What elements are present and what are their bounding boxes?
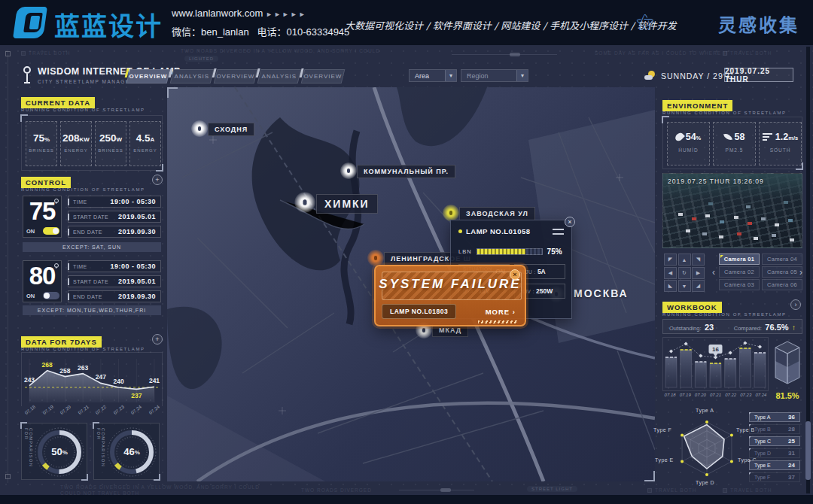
camera-button-04[interactable]: Camera 04 — [762, 254, 802, 265]
map-pin-khimki[interactable] — [294, 192, 315, 213]
up-arrow-icon: ↑ — [792, 323, 796, 332]
weather-text: SUNNDAY / 29°C — [661, 71, 734, 80]
deco-checkbox-travel: TRAVEL BOTH — [21, 50, 70, 56]
type-row-d[interactable]: Type D31 — [749, 448, 800, 458]
pan-down-right-icon[interactable]: ◢ — [692, 280, 705, 292]
lbn-progress-row: LBN 75% — [458, 247, 565, 256]
environment-header: ENVIRONMENT — [662, 98, 732, 111]
workbook-next-button[interactable]: › — [790, 299, 801, 310]
camera-prev-icon[interactable]: ‹ — [711, 265, 717, 280]
type-row-b[interactable]: Type B28 — [749, 424, 800, 434]
tab-analysis-1[interactable]: ANALYSIS — [170, 69, 215, 83]
start-date-row[interactable]: START DATE2019.05.01 — [68, 275, 161, 287]
deco-slider — [452, 54, 557, 55]
pan-up-icon[interactable]: ▲ — [678, 254, 691, 266]
contact-info: 微信：ben_lanlan 电话：010-63334945 — [172, 24, 349, 38]
current-data-header: CURRENT DATA — [21, 95, 95, 108]
svg-text:268: 268 — [42, 361, 53, 369]
control-header: CONTROL — [21, 175, 71, 188]
map-pin-zavodskaya[interactable] — [443, 205, 459, 221]
pan-up-right-icon[interactable]: ◥ — [692, 254, 705, 266]
app-root: 蓝蓝设计 www.lanlanwork.com ►►►►► 微信：ben_lan… — [0, 0, 813, 504]
svg-text:241: 241 — [149, 377, 160, 384]
map-pin-skhodnya[interactable] — [191, 120, 208, 137]
pan-left-icon[interactable]: ◀ — [664, 267, 677, 279]
schedule-toggle[interactable] — [43, 292, 59, 299]
area-select[interactable]: Area▾ — [409, 69, 457, 82]
map-label[interactable]: СХОДНЯ — [208, 123, 254, 136]
workbook-x-tick: 07.19 — [678, 393, 693, 397]
time-row[interactable]: TIME19:00 - 05:30 — [68, 196, 161, 208]
comparison-gauge-1: COMPARISON FOR 50% — [21, 423, 87, 480]
cube-percent: 81.5% — [769, 391, 805, 400]
alert-ticks-decor — [478, 320, 517, 323]
tab-overview-2[interactable]: OVERVIEW — [214, 69, 258, 83]
system-failure-alert: SYSTEM FAILURE × LAMP NO.L01803 MORE › — [374, 265, 526, 326]
workbook-x-tick: 07.21 — [708, 393, 723, 397]
droplet-icon — [674, 132, 685, 143]
type-row-c[interactable]: Type C25 — [749, 436, 800, 446]
radar-axis-label: Type E — [655, 457, 674, 463]
tab-overview-3[interactable]: OVERVIEW — [301, 69, 346, 83]
sliders-icon[interactable] — [553, 229, 564, 235]
deco-checkbox-travel: TRAVEL BOTH — [723, 487, 772, 493]
current-data-badge: CURRENT DATA — [21, 97, 95, 108]
alert-more-button[interactable]: MORE › — [480, 305, 522, 319]
close-icon[interactable]: × — [565, 217, 575, 227]
map-label[interactable]: ХИМКИ — [316, 194, 378, 214]
brightness-panel-80: 80 ON — [23, 260, 62, 302]
type-row-a[interactable]: Type A36 — [749, 412, 800, 422]
scrollbar-thumb[interactable] — [805, 421, 811, 480]
type-row-f[interactable]: Type F37 — [749, 472, 800, 482]
svg-text:237: 237 — [131, 392, 142, 399]
arrows-decor: ►►►►► — [266, 11, 307, 18]
refresh-icon[interactable]: ↻ — [678, 267, 691, 279]
camera-button-06[interactable]: Camera 06 — [762, 279, 802, 290]
deco-quote: TWO ROADS DIVERGED IN A YELLOW WOOD, AND… — [181, 48, 380, 53]
environment-badge: ENVIRONMENT — [662, 100, 732, 111]
region-select[interactable]: Region▾ — [461, 69, 528, 82]
close-icon[interactable]: × — [510, 269, 520, 280]
pan-down-icon[interactable]: ▼ — [678, 280, 691, 292]
lbn-progress-bar — [477, 248, 543, 255]
control-add-button[interactable]: + — [152, 175, 163, 185]
deco-quote: SOME DAY AS FAR AS I COULD TO WHERE IT — [595, 50, 729, 56]
status-dot — [458, 229, 462, 233]
end-date-row[interactable]: END DATE2019.09.30 — [68, 226, 161, 238]
camera-button-05[interactable]: Camera 05 — [762, 266, 802, 278]
deco-checkbox-travel: TRAVEL BOTH — [723, 50, 772, 56]
camera-feed[interactable]: 2019.07.25 THUR 18:26:09 — [662, 173, 802, 248]
schedule-state-label: ON — [26, 293, 35, 299]
tab-analysis-2[interactable]: ANALYSIS — [257, 69, 302, 83]
except-bar: EXCEPT: MON,TUE,WED,THUR,FRI — [23, 305, 161, 315]
camera-button-02[interactable]: Camera 02 — [719, 266, 760, 278]
chevron-down-icon[interactable]: ▾ — [516, 70, 528, 81]
time-row[interactable]: TIME19:00 - 05:30 — [68, 260, 161, 272]
website-link[interactable]: www.lanlanwork.com ►►►►► — [172, 8, 307, 19]
pan-down-left-icon[interactable]: ◣ — [664, 280, 677, 292]
camera-next-icon[interactable]: › — [798, 265, 804, 280]
gauge-value: 50% — [32, 424, 87, 479]
svg-text:240: 240 — [113, 378, 123, 385]
pan-up-left-icon[interactable]: ◤ — [664, 254, 677, 266]
map-label[interactable]: ЗАВОДСКАЯ УЛ — [459, 207, 535, 220]
camera-button-03[interactable]: Camera 03 — [719, 279, 760, 290]
map-pin-kommunalny[interactable] — [340, 162, 357, 179]
schedule-toggle[interactable] — [43, 227, 59, 235]
pan-right-icon[interactable]: ▶ — [692, 267, 705, 279]
map-pin-leningradskoe[interactable] — [367, 250, 384, 266]
camera-list: Camera 01 Camera 04 Camera 02 Camera 05 … — [719, 254, 802, 290]
inspiration-star-icon: ⚝ — [634, 11, 656, 33]
deco-quote: TWO ROADS DIVERGED — [301, 487, 372, 493]
tab-overview-1[interactable]: OVERVIEW — [126, 69, 171, 83]
deco-quote: TWO ROADS DIVERGED IN A YELLOW WOOD, AND… — [60, 484, 260, 490]
camera-button-01[interactable]: Camera 01 — [719, 254, 760, 265]
week-add-button[interactable]: + — [152, 334, 163, 345]
chevron-down-icon[interactable]: ▾ — [445, 70, 456, 81]
map-label[interactable]: КОММУНАЛЬНЫЙ ПР. — [357, 165, 455, 178]
end-date-row[interactable]: END DATE2019.09.30 — [68, 290, 161, 302]
type-row-e[interactable]: Type E24 — [749, 460, 800, 470]
website-url[interactable]: www.lanlanwork.com — [172, 8, 263, 19]
start-date-row[interactable]: START DATE2019.05.01 — [68, 211, 161, 223]
promo-header: 蓝蓝设计 www.lanlanwork.com ►►►►► 微信：ben_lan… — [0, 0, 813, 45]
